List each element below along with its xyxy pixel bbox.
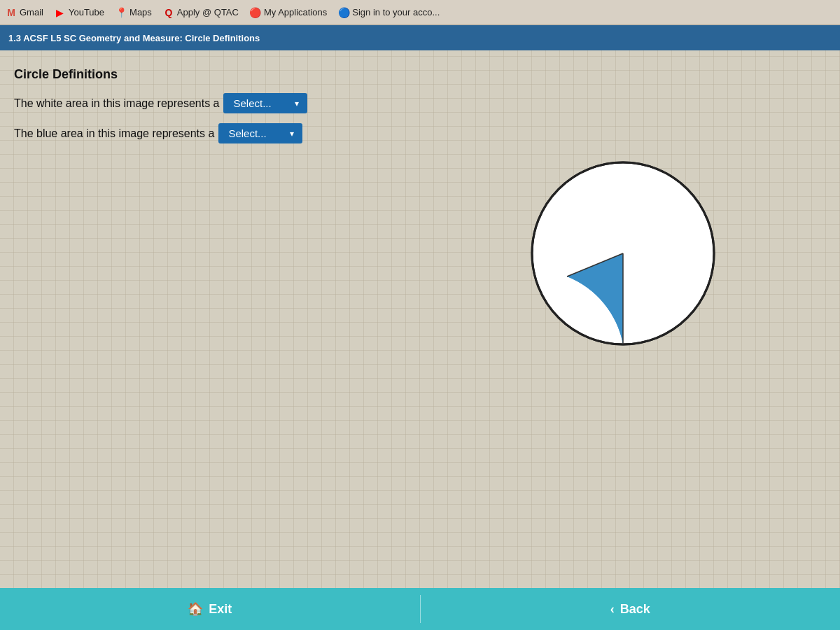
signin-icon: 🔵 [338, 7, 349, 18]
qtac-tab[interactable]: Q Apply @ QTAC [163, 7, 239, 18]
maps-label: Maps [130, 7, 152, 18]
myapps-icon: 🔴 [250, 7, 261, 18]
question-row-1: The white area in this image represents … [14, 93, 826, 113]
chevron-down-icon-2: ▾ [290, 129, 294, 139]
youtube-icon: ▶ [55, 7, 66, 18]
youtube-tab[interactable]: ▶ YouTube [55, 7, 104, 18]
exit-button[interactable]: 🏠 Exit [0, 588, 420, 630]
gmail-icon: M [6, 7, 17, 18]
question1-text: The white area in this image represents … [14, 97, 219, 110]
back-label: Back [620, 602, 650, 617]
signin-tab[interactable]: 🔵 Sign in to your acco... [338, 7, 440, 18]
select-dropdown-2-label: Select... [228, 127, 266, 139]
circle-svg [518, 148, 728, 358]
back-button[interactable]: ‹ Back [421, 588, 841, 630]
bottom-bar: 🏠 Exit ‹ Back [0, 588, 840, 630]
maps-tab[interactable]: 📍 Maps [115, 7, 152, 18]
home-icon: 🏠 [188, 601, 203, 617]
select-dropdown-1-label: Select... [233, 97, 271, 109]
qtac-icon: Q [163, 7, 174, 18]
youtube-label: YouTube [69, 7, 104, 18]
qtac-label: Apply @ QTAC [177, 7, 239, 18]
gmail-label: Gmail [20, 7, 43, 18]
select-dropdown-1[interactable]: Select... ▾ [223, 93, 307, 113]
main-content: Circle Definitions The white area in thi… [0, 50, 840, 588]
browser-bar: M Gmail ▶ YouTube 📍 Maps Q Apply @ QTAC … [0, 0, 840, 25]
select-dropdown-2[interactable]: Select... ▾ [218, 123, 302, 144]
question-row-2: The blue area in this image represents a… [14, 123, 826, 144]
question2-text: The blue area in this image represents a [14, 127, 214, 140]
lesson-bar: 1.3 ACSF L5 SC Geometry and Measure: Cir… [0, 25, 840, 50]
lesson-label: 1.3 ACSF L5 SC Geometry and Measure: Cir… [8, 33, 260, 43]
myapps-tab[interactable]: 🔴 My Applications [250, 7, 327, 18]
circle-diagram [518, 148, 728, 361]
chevron-down-icon-1: ▾ [295, 99, 299, 108]
maps-icon: 📍 [115, 7, 127, 18]
myapps-label: My Applications [264, 7, 327, 18]
back-chevron-icon: ‹ [610, 602, 615, 617]
exit-label: Exit [209, 602, 232, 617]
page-title: Circle Definitions [14, 67, 826, 82]
gmail-tab[interactable]: M Gmail [6, 7, 43, 18]
signin-label: Sign in to your acco... [352, 7, 440, 18]
